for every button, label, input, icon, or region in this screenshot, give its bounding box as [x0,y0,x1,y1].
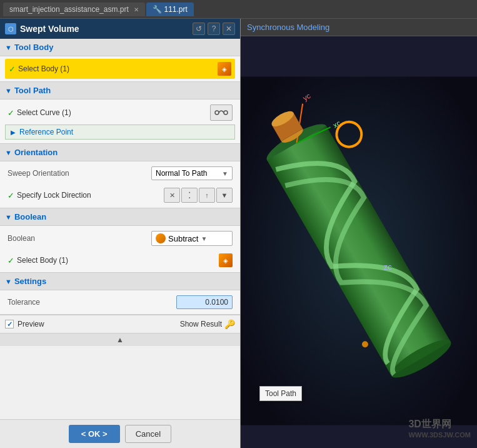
orientation-header[interactable]: ▼ Orientation [0,144,240,161]
select-curve-check: ✓ [8,108,14,118]
dialog-title-left: ⬡ Swept Volume [5,23,79,34]
boolean-arrow: ▼ [5,213,12,221]
dialog-content: ▼ Tool Body ✓ Select Body (1) ◈ [0,39,240,419]
show-result-group: Show Result 🔑 [180,319,235,329]
tool-path-content: ✓ Select Curve (1) [0,99,240,143]
ref-point-arrow: ▶ [11,129,16,136]
dropdown-arrow-2: ▼ [201,235,207,242]
ok-button[interactable]: < OK > [69,425,120,443]
lock-direction-buttons: ✕ ⁚ ↑ ▼ [164,188,233,203]
orientation-content: Sweep Orientation Normal To Path ▼ ✓ Spe… [0,161,240,208]
specify-lock-check: ✓ [8,191,14,200]
boolean-select-body-row: ✓ Select Body (1) ◈ [5,251,235,270]
watermark-text: 3D世界网 [408,419,451,429]
lock-x-btn[interactable]: ✕ [164,188,180,203]
settings-section: ▼ Settings Tolerance [0,273,240,315]
select-body-row[interactable]: ✓ Select Body (1) ◈ [5,59,235,79]
tool-body-section: ▼ Tool Body ✓ Select Body (1) ◈ [0,39,240,82]
show-result-label: Show Result [180,320,222,328]
boolean-header[interactable]: ▼ Boolean [0,208,240,226]
lock-dropdown-btn[interactable]: ▼ [216,188,233,203]
boolean-section: ▼ Boolean Boolean Subtract ▼ [0,208,240,273]
dropdown-arrow-1: ▼ [222,170,228,177]
dialog-panel: ⬡ Swept Volume ↺ ? ✕ ▼ Tool Body [0,19,241,448]
tool-path-title: Tool Path [14,86,51,95]
boolean-dropdown[interactable]: Subtract ▼ [151,231,233,246]
zc-label: zc [384,262,392,272]
boolean-label: Boolean [8,234,35,243]
tolerance-label: Tolerance [8,298,40,307]
specify-lock-left: ✓ Specify Lock Direction [8,191,91,200]
tab-label-1: smart_injection_assistance_asm.prt [9,5,129,14]
sync-bar: Synchronous Modeling [241,19,477,36]
viewport: Synchronous Modeling [241,19,477,448]
preview-left: ✓ Preview [5,320,44,328]
scroll-arrow-icon: ▲ [116,335,124,344]
tab-bar: smart_injection_assistance_asm.prt ✕ 🔧 1… [0,0,477,19]
settings-content: Tolerance [0,290,240,314]
tab-smart-injection[interactable]: smart_injection_assistance_asm.prt ✕ [3,3,145,16]
orientation-arrow: ▼ [5,149,12,156]
settings-title: Settings [14,277,46,286]
tooltip-label: Tool Path [265,389,296,398]
ref-point-label: Reference Point [19,128,73,136]
boolean-content: Boolean Subtract ▼ ✓ Select Body (1) [0,226,240,272]
tool-body-content: ✓ Select Body (1) ◈ [0,56,240,81]
tool-body-arrow: ▼ [5,44,12,51]
watermark: 3D世界网 WWW.3DSJW.COM [408,418,471,439]
key-icon: 🔑 [224,319,235,329]
boolean-title: Boolean [14,212,46,221]
preview-row: ✓ Preview Show Result 🔑 [0,315,240,333]
tolerance-input[interactable] [176,295,233,309]
preview-label: Preview [18,320,44,328]
dialog-title: Swept Volume [20,24,79,34]
settings-arrow: ▼ [5,278,12,285]
select-body-label: Select Body (1) [18,64,69,73]
tab-icon-2: 🔧 [153,5,164,14]
tooltip-box: Tool Path [259,386,302,401]
tool-body-header[interactable]: ▼ Tool Body [0,39,240,56]
preview-check-mark: ✓ [7,320,13,328]
dialog-icon: ⬡ [5,23,16,34]
svg-point-0 [215,111,219,115]
reference-point-row[interactable]: ▶ Reference Point [5,125,235,140]
select-curve-label: Select Curve (1) [17,108,71,117]
help-button[interactable]: ? [208,23,220,35]
curve-icon [214,107,228,118]
dialog-buttons: < OK > Cancel [0,419,240,448]
subtract-icon [156,233,166,243]
scroll-up[interactable]: ▲ [0,333,240,346]
boolean-select-body-left: ✓ Select Body (1) [8,256,68,265]
svg-point-15 [362,341,368,347]
tab-close-1[interactable]: ✕ [134,6,139,13]
tolerance-row: Tolerance [5,293,235,312]
select-curve-left: ✓ Select Curve (1) [8,108,71,118]
boolean-type-row: Boolean Subtract ▼ [5,228,235,248]
sweep-orientation-dropdown[interactable]: Normal To Path ▼ [151,166,233,180]
select-body-left: ✓ Select Body (1) [9,64,69,74]
boolean-value: Subtract [168,234,198,243]
select-body-check: ✓ [9,64,16,74]
reset-button[interactable]: ↺ [193,23,205,35]
cancel-button[interactable]: Cancel [125,425,171,443]
curve-btn[interactable] [210,104,233,121]
tool-path-section: ▼ Tool Path ✓ Select Curve (1) [0,82,240,144]
specify-lock-label: Specify Lock Direction [17,191,91,200]
specify-lock-row: ✓ Specify Lock Direction ✕ ⁚ ↑ ▼ [5,185,235,205]
preview-checkbox[interactable]: ✓ [5,320,14,328]
tool-path-header[interactable]: ▼ Tool Path [0,82,240,99]
tab-label-2: 111.prt [164,5,187,14]
svg-point-1 [224,111,228,115]
settings-header[interactable]: ▼ Settings [0,273,240,290]
lock-dot-btn[interactable]: ⁚ [181,188,198,203]
cube-icon-1: ◈ [218,62,231,76]
title-controls: ↺ ? ✕ [193,23,235,35]
close-button[interactable]: ✕ [223,23,235,35]
select-curve-row: ✓ Select Curve (1) [5,102,235,123]
lock-up-btn[interactable]: ↑ [199,188,215,203]
orientation-section: ▼ Orientation Sweep Orientation Normal T… [0,144,240,208]
tab-111prt[interactable]: 🔧 111.prt [146,3,194,16]
boolean-select-check: ✓ [8,256,14,265]
content-area: ⬡ Swept Volume ↺ ? ✕ ▼ Tool Body [0,19,477,448]
cube-icon-2: ◈ [219,253,233,267]
